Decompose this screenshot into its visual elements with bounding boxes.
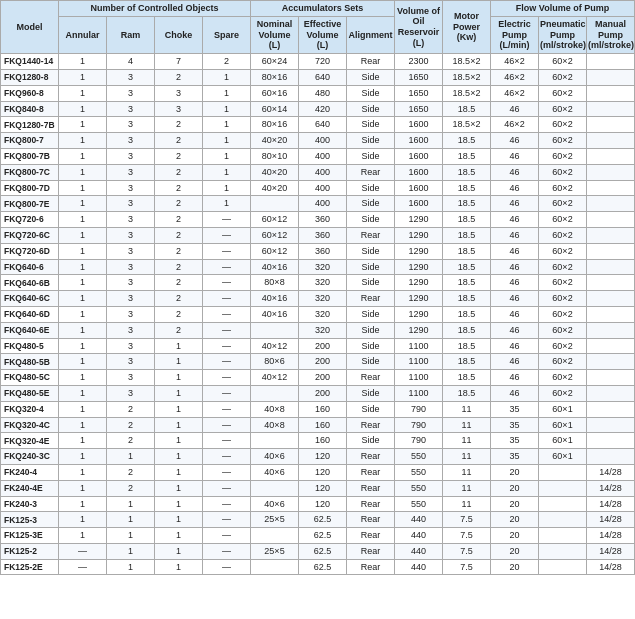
table-cell: 790 xyxy=(395,433,443,449)
table-cell: 1 xyxy=(203,69,251,85)
table-cell xyxy=(539,480,587,496)
table-cell: 80×8 xyxy=(251,275,299,291)
table-cell: FK125-2E xyxy=(1,559,59,575)
table-cell: — xyxy=(203,528,251,544)
main-table-container: Model Number of Controlled Objects Accum… xyxy=(0,0,635,575)
table-cell: 40×12 xyxy=(251,338,299,354)
table-cell: 35 xyxy=(491,433,539,449)
table-cell: 3 xyxy=(107,385,155,401)
table-cell xyxy=(251,480,299,496)
table-cell: 3 xyxy=(107,180,155,196)
table-cell: 60×2 xyxy=(539,291,587,307)
table-cell: 1 xyxy=(59,291,107,307)
table-cell xyxy=(587,433,635,449)
table-cell: 1 xyxy=(59,69,107,85)
table-cell: 60×2 xyxy=(539,385,587,401)
table-cell: 200 xyxy=(299,354,347,370)
table-cell: 1 xyxy=(155,512,203,528)
table-cell: 18.5 xyxy=(443,133,491,149)
table-cell: 2 xyxy=(107,433,155,449)
table-cell: 60×2 xyxy=(539,243,587,259)
table-cell: 46 xyxy=(491,180,539,196)
table-cell xyxy=(587,338,635,354)
table-cell: 46 xyxy=(491,322,539,338)
table-cell: 400 xyxy=(299,196,347,212)
table-cell: 46 xyxy=(491,385,539,401)
table-cell: 1 xyxy=(59,227,107,243)
table-cell: 1 xyxy=(203,164,251,180)
table-cell: FKQ960-8 xyxy=(1,85,59,101)
table-cell: 60×12 xyxy=(251,212,299,228)
table-cell: 1 xyxy=(59,449,107,465)
table-cell: FKQ720-6C xyxy=(1,227,59,243)
table-cell: 60×2 xyxy=(539,180,587,196)
header-flow-volume: Flow Volume of Pump xyxy=(491,1,635,17)
table-cell: 1 xyxy=(59,496,107,512)
table-cell: 160 xyxy=(299,401,347,417)
table-cell: 1600 xyxy=(395,148,443,164)
table-cell: Side xyxy=(347,338,395,354)
table-row: FKQ480-5C131—40×12200Rear110018.54660×2 xyxy=(1,370,635,386)
table-cell xyxy=(587,196,635,212)
table-cell: 60×2 xyxy=(539,133,587,149)
table-cell: FK240-4E xyxy=(1,480,59,496)
table-cell xyxy=(251,433,299,449)
table-cell: 3 xyxy=(107,148,155,164)
table-cell: 46 xyxy=(491,227,539,243)
table-cell: FKQ720-6 xyxy=(1,212,59,228)
table-cell: 3 xyxy=(107,322,155,338)
table-cell: 11 xyxy=(443,433,491,449)
table-row: FKQ640-6E132—320Side129018.54660×2 xyxy=(1,322,635,338)
table-cell: 18.5 xyxy=(443,227,491,243)
table-cell: 1290 xyxy=(395,291,443,307)
table-cell: 2 xyxy=(155,212,203,228)
table-cell: 640 xyxy=(299,117,347,133)
table-cell: 440 xyxy=(395,528,443,544)
table-cell: 46 xyxy=(491,259,539,275)
table-cell: — xyxy=(203,212,251,228)
table-cell: 60×1 xyxy=(539,449,587,465)
table-cell: Rear xyxy=(347,480,395,496)
table-cell: 1 xyxy=(203,117,251,133)
table-cell: 3 xyxy=(107,243,155,259)
table-cell: 20 xyxy=(491,543,539,559)
table-cell: Side xyxy=(347,385,395,401)
table-cell: 1 xyxy=(59,164,107,180)
table-cell: 2 xyxy=(155,275,203,291)
table-cell xyxy=(587,370,635,386)
table-cell: 35 xyxy=(491,449,539,465)
table-cell: FKQ640-6E xyxy=(1,322,59,338)
table-row: FK240-4E121—120Rear550112014/28 xyxy=(1,480,635,496)
table-cell: FK240-4 xyxy=(1,464,59,480)
table-cell: 1290 xyxy=(395,243,443,259)
header-model: Model xyxy=(1,1,59,54)
table-cell: 120 xyxy=(299,464,347,480)
table-cell: 1 xyxy=(59,306,107,322)
table-cell: 320 xyxy=(299,275,347,291)
table-cell: Side xyxy=(347,401,395,417)
table-cell: 60×12 xyxy=(251,243,299,259)
table-cell: Side xyxy=(347,180,395,196)
table-cell: FKQ800-7E xyxy=(1,196,59,212)
table-cell: 60×2 xyxy=(539,322,587,338)
table-cell: 1100 xyxy=(395,370,443,386)
table-cell: 18.5×2 xyxy=(443,54,491,70)
table-cell xyxy=(587,54,635,70)
table-cell: Side xyxy=(347,322,395,338)
table-cell: 35 xyxy=(491,417,539,433)
table-cell: 1 xyxy=(59,480,107,496)
table-cell: 2 xyxy=(155,164,203,180)
table-cell: 18.5 xyxy=(443,291,491,307)
table-cell: 1 xyxy=(155,385,203,401)
table-cell: 18.5 xyxy=(443,164,491,180)
table-cell: — xyxy=(203,449,251,465)
table-cell: 35 xyxy=(491,401,539,417)
table-cell: 3 xyxy=(107,275,155,291)
table-cell xyxy=(539,543,587,559)
table-row: FK125-2E—11—62.5Rear4407.52014/28 xyxy=(1,559,635,575)
table-cell: 7.5 xyxy=(443,543,491,559)
table-cell: Side xyxy=(347,133,395,149)
table-cell: 1 xyxy=(203,196,251,212)
table-cell: 60×2 xyxy=(539,306,587,322)
table-cell: FKQ320-4C xyxy=(1,417,59,433)
